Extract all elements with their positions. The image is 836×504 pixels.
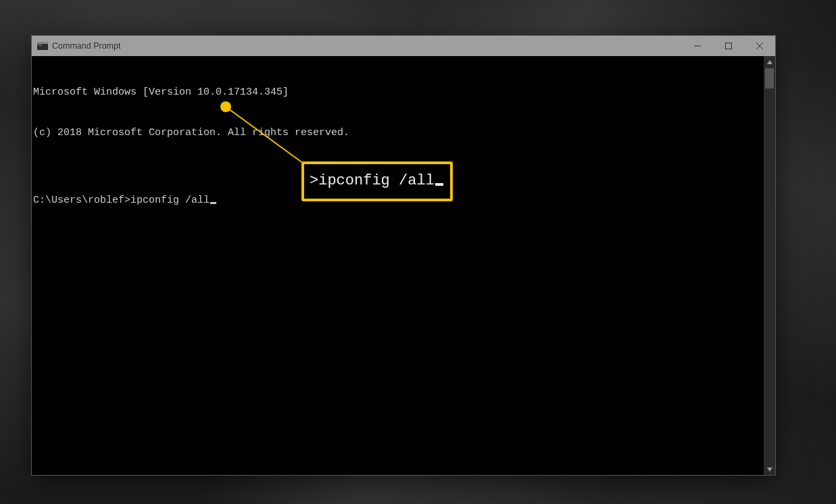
terminal-cursor bbox=[210, 202, 216, 204]
window-title: Command Prompt bbox=[52, 41, 120, 51]
desktop-background: Command Prompt Microsoft Windows [Versio… bbox=[0, 0, 836, 504]
close-button[interactable] bbox=[744, 36, 775, 56]
command-prompt-window: Command Prompt Microsoft Windows [Versio… bbox=[31, 35, 776, 476]
window-titlebar[interactable]: Command Prompt bbox=[32, 36, 775, 56]
annotation-callout-box: >ipconfig /all bbox=[301, 161, 453, 201]
terminal-command-text: ipconfig /all bbox=[130, 195, 210, 206]
scroll-down-arrow-icon[interactable] bbox=[764, 463, 775, 475]
terminal-output-area[interactable]: Microsoft Windows [Version 10.0.17134.34… bbox=[32, 56, 764, 475]
annotation-cursor-icon bbox=[435, 183, 443, 186]
svg-rect-1 bbox=[37, 42, 48, 44]
svg-rect-4 bbox=[726, 43, 732, 49]
annotation-source-dot bbox=[220, 101, 231, 112]
svg-marker-7 bbox=[767, 60, 772, 64]
annotation-callout-text: >ipconfig /all bbox=[310, 172, 435, 189]
terminal-line: (c) 2018 Microsoft Corporation. All righ… bbox=[33, 126, 762, 140]
minimize-button[interactable] bbox=[682, 36, 713, 56]
vertical-scrollbar[interactable] bbox=[764, 56, 775, 475]
scroll-up-arrow-icon[interactable] bbox=[764, 56, 775, 68]
window-controls bbox=[682, 36, 775, 56]
command-prompt-icon bbox=[37, 41, 48, 51]
svg-rect-2 bbox=[39, 45, 42, 46]
maximize-button[interactable] bbox=[713, 36, 744, 56]
svg-marker-8 bbox=[767, 468, 772, 472]
terminal-line: Microsoft Windows [Version 10.0.17134.34… bbox=[33, 86, 762, 99]
scrollbar-thumb[interactable] bbox=[765, 68, 774, 89]
terminal-prompt: C:\Users\roblef> bbox=[33, 195, 130, 206]
